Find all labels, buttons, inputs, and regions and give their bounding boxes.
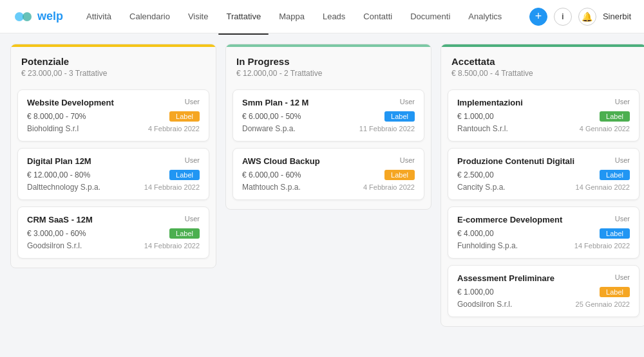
card-date: 14 Gennaio 2022 bbox=[576, 183, 630, 191]
card-label-badge[interactable]: Label bbox=[600, 111, 630, 122]
card-top-row: AWS Cloud Backup User bbox=[242, 156, 415, 166]
card-company: Cancity S.p.a. bbox=[457, 183, 506, 192]
kanban-board: Potenziale€ 23.000,00 - 3 Trattative Web… bbox=[0, 33, 644, 357]
nav-item-attività[interactable]: Attività bbox=[79, 8, 119, 25]
card-date: 14 Febbraio 2022 bbox=[574, 242, 630, 250]
user-name[interactable]: Sinerbit bbox=[603, 12, 631, 21]
card-top-row: Smm Plan - 12 M User bbox=[242, 98, 415, 107]
card-top-row: Produzione Contenuti Digitali User bbox=[457, 156, 630, 166]
deal-card[interactable]: E-commerce Development User € 4.000,00 L… bbox=[448, 206, 639, 259]
card-mid-row: € 6.000,00 - 60% Label bbox=[242, 170, 415, 180]
logo[interactable]: welp bbox=[13, 6, 63, 27]
column-subtitle-accettata: € 8.500,00 - 4 Trattative bbox=[451, 69, 636, 78]
card-amount: € 3.000,00 - 60% bbox=[27, 229, 86, 238]
card-amount: € 1.000,00 bbox=[457, 288, 494, 297]
column-title-in-progress: In Progress bbox=[236, 56, 421, 67]
card-label-badge[interactable]: Label bbox=[169, 111, 200, 122]
card-bottom-row: Goodsilron S.r.l. 25 Gennaio 2022 bbox=[457, 300, 630, 309]
nav-item-analytics[interactable]: Analytics bbox=[460, 8, 509, 25]
card-top-row: Implementazioni User bbox=[457, 98, 630, 107]
kanban-column-accettata: Accettata€ 8.500,00 - 4 Trattative Imple… bbox=[440, 44, 644, 327]
card-title: Produzione Contenuti Digitali bbox=[457, 156, 615, 166]
card-company: Rantouch S.r.l. bbox=[457, 124, 508, 133]
card-user-label: User bbox=[185, 215, 200, 223]
nav-item-visite[interactable]: Visite bbox=[180, 8, 216, 25]
column-cards-in-progress: Smm Plan - 12 M User € 6.000,00 - 50% La… bbox=[226, 84, 431, 209]
deal-card[interactable]: Smm Plan - 12 M User € 6.000,00 - 50% La… bbox=[232, 89, 424, 142]
column-title-potenziale: Potenziale bbox=[21, 56, 205, 67]
nav-item-mappa[interactable]: Mappa bbox=[271, 8, 312, 25]
column-subtitle-potenziale: € 23.000,00 - 3 Trattative bbox=[21, 69, 205, 78]
logo-text: welp bbox=[37, 10, 63, 23]
deal-card[interactable]: Produzione Contenuti Digitali User € 2.5… bbox=[448, 148, 639, 200]
card-title: Digital Plan 12M bbox=[27, 156, 185, 166]
card-label-badge[interactable]: Label bbox=[600, 228, 630, 239]
card-top-row: CRM SaaS - 12M User bbox=[27, 215, 200, 224]
card-company: Funholding S.p.a. bbox=[457, 241, 518, 250]
card-label-badge[interactable]: Label bbox=[384, 111, 415, 122]
deal-card[interactable]: AWS Cloud Backup User € 6.000,00 - 60% L… bbox=[232, 148, 424, 200]
card-mid-row: € 12.000,00 - 80% Label bbox=[27, 170, 200, 180]
kanban-column-in-progress: In Progress€ 12.000,00 - 2 Trattative Sm… bbox=[225, 44, 431, 210]
card-user-label: User bbox=[400, 98, 415, 105]
nav-item-documenti[interactable]: Documenti bbox=[402, 8, 458, 25]
deal-card[interactable]: Website Development User € 8.000,00 - 70… bbox=[17, 89, 209, 142]
kanban-column-potenziale: Potenziale€ 23.000,00 - 3 Trattative Web… bbox=[10, 44, 216, 268]
card-mid-row: € 1.000,00 Label bbox=[457, 287, 630, 297]
card-label-badge[interactable]: Label bbox=[169, 228, 200, 239]
column-header-potenziale: Potenziale€ 23.000,00 - 3 Trattative bbox=[11, 44, 216, 84]
card-label-badge[interactable]: Label bbox=[384, 170, 415, 180]
card-company: Donware S.p.a. bbox=[242, 124, 296, 133]
column-subtitle-in-progress: € 12.000,00 - 2 Trattative bbox=[236, 69, 421, 78]
card-amount: € 6.000,00 - 50% bbox=[242, 112, 301, 121]
card-label-badge[interactable]: Label bbox=[600, 287, 630, 297]
card-amount: € 8.000,00 - 70% bbox=[27, 112, 86, 121]
card-mid-row: € 8.000,00 - 70% Label bbox=[27, 111, 200, 122]
card-date: 4 Febbraio 2022 bbox=[148, 125, 200, 133]
nav-item-trattative[interactable]: Trattative bbox=[218, 8, 269, 25]
top-navigation: welp AttivitàCalendarioVisiteTrattativeM… bbox=[0, 0, 644, 33]
card-amount: € 1.000,00 bbox=[457, 112, 494, 121]
card-company: Mathtouch S.p.a. bbox=[242, 183, 301, 192]
card-top-row: Website Development User bbox=[27, 98, 200, 107]
card-amount: € 4.000,00 bbox=[457, 229, 494, 238]
info-button[interactable]: i bbox=[554, 8, 572, 26]
nav-item-contatti[interactable]: Contatti bbox=[355, 8, 400, 25]
column-cards-accettata: Implementazioni User € 1.000,00 Label Ra… bbox=[441, 84, 644, 326]
card-company: Goodsilron S.r.l. bbox=[27, 241, 82, 250]
logo-icon bbox=[13, 6, 33, 27]
card-mid-row: € 6.000,00 - 50% Label bbox=[242, 111, 415, 122]
deal-card[interactable]: Implementazioni User € 1.000,00 Label Ra… bbox=[448, 89, 639, 142]
card-mid-row: € 2.500,00 Label bbox=[457, 170, 630, 180]
card-label-badge[interactable]: Label bbox=[169, 170, 200, 180]
card-top-row: Assessment Preliminare User bbox=[457, 273, 630, 283]
card-date: 14 Febbraio 2022 bbox=[144, 183, 200, 191]
bell-button[interactable]: 🔔 bbox=[578, 8, 596, 26]
card-bottom-row: Funholding S.p.a. 14 Febbraio 2022 bbox=[457, 241, 630, 250]
nav-item-calendario[interactable]: Calendario bbox=[122, 8, 178, 25]
add-button[interactable]: + bbox=[529, 8, 547, 26]
deal-card[interactable]: Assessment Preliminare User € 1.000,00 L… bbox=[448, 265, 639, 317]
card-date: 25 Gennaio 2022 bbox=[576, 300, 630, 308]
deal-card[interactable]: CRM SaaS - 12M User € 3.000,00 - 60% Lab… bbox=[17, 206, 209, 259]
card-title: AWS Cloud Backup bbox=[242, 156, 400, 166]
card-title: Implementazioni bbox=[457, 98, 615, 107]
card-mid-row: € 4.000,00 Label bbox=[457, 228, 630, 239]
card-title: Assessment Preliminare bbox=[457, 273, 615, 283]
card-title: CRM SaaS - 12M bbox=[27, 215, 185, 224]
svg-point-1 bbox=[23, 12, 32, 21]
card-title: E-commerce Development bbox=[457, 215, 615, 224]
card-date: 11 Febbraio 2022 bbox=[359, 125, 415, 133]
card-user-label: User bbox=[400, 156, 415, 164]
nav-item-leads[interactable]: Leads bbox=[315, 8, 353, 25]
card-user-label: User bbox=[615, 98, 630, 105]
deal-card[interactable]: Digital Plan 12M User € 12.000,00 - 80% … bbox=[17, 148, 209, 200]
card-company: Dalttechnology S.p.a. bbox=[27, 183, 100, 192]
column-cards-potenziale: Website Development User € 8.000,00 - 70… bbox=[11, 84, 216, 268]
card-date: 4 Gennaio 2022 bbox=[580, 125, 630, 133]
card-label-badge[interactable]: Label bbox=[600, 170, 630, 180]
card-mid-row: € 1.000,00 Label bbox=[457, 111, 630, 122]
card-amount: € 6.000,00 - 60% bbox=[242, 170, 301, 179]
card-mid-row: € 3.000,00 - 60% Label bbox=[27, 228, 200, 239]
card-user-label: User bbox=[185, 98, 200, 105]
